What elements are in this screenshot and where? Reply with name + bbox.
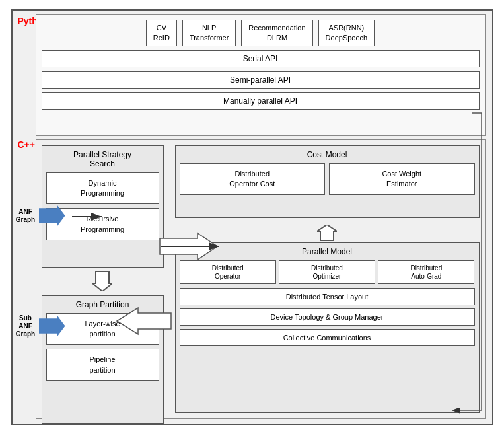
distributed-operator-cost-box: DistributedOperator Cost xyxy=(180,163,326,196)
anf-graph-label: ANFGraph xyxy=(14,208,38,224)
semi-parallel-api-box: Semi-parallel API xyxy=(42,71,480,89)
cost-model-title: Cost Model xyxy=(180,150,475,159)
pipeline-partition-box: Pipelinepartition xyxy=(46,349,159,381)
distributed-operator-box: DistributedOperator xyxy=(180,260,276,284)
cpp-label: C++ xyxy=(18,139,35,150)
collective-communications-box: Collective Communications xyxy=(180,329,475,346)
right-col-inner: Cost Model DistributedOperator Cost Cost… xyxy=(175,145,480,413)
cpp-region: Parallel StrategySearch DynamicProgrammi… xyxy=(36,139,486,419)
svg-marker-1 xyxy=(317,225,337,241)
manually-parallel-api-box: Manually parallel API xyxy=(42,92,480,110)
distributed-tensor-layout-box: Distributed Tensor Layout xyxy=(180,288,475,305)
dynamic-programming-box: DynamicProgramming xyxy=(46,172,159,205)
python-region: CVReID NLPTransformer RecommendationDLRM… xyxy=(36,14,486,136)
cost-model-inner: DistributedOperator Cost Cost WeightEsti… xyxy=(180,163,475,196)
distributed-auto-grad-box: DistributedAuto-Grad xyxy=(378,260,474,284)
svg-marker-0 xyxy=(92,271,112,291)
sub-anf-arrow xyxy=(39,316,65,337)
right-column: Cost Model DistributedOperator Cost Cost… xyxy=(175,145,480,413)
device-topology-group-manager-box: Device Topology & Group Manager xyxy=(180,308,475,326)
pss-title: Parallel StrategySearch xyxy=(46,150,159,168)
left-column: Parallel StrategySearch DynamicProgrammi… xyxy=(42,145,164,413)
cost-model-box: Cost Model DistributedOperator Cost Cost… xyxy=(175,145,480,218)
anf-arrow xyxy=(39,205,65,227)
pm-top-row: DistributedOperator DistributedOptimizer… xyxy=(180,260,475,284)
distributed-optimizer-box: DistributedOptimizer xyxy=(279,260,375,284)
pss-to-gp-arrow xyxy=(42,271,164,291)
sub-anf-graph-label: SubANFGraph xyxy=(14,314,38,338)
diagram-container: Python C++ ANFGraph SubANFGraph CVReID N… xyxy=(11,9,493,425)
nlp-transformer-box: NLPTransformer xyxy=(182,20,236,47)
serial-api-box: Serial API xyxy=(42,50,480,67)
parallel-model-box: Parallel Model DistributedOperator Distr… xyxy=(175,242,480,413)
cv-reid-box: CVReID xyxy=(146,20,177,47)
gp-title: Graph Partition xyxy=(46,300,159,309)
cost-weight-estimator-box: Cost WeightEstimator xyxy=(329,163,475,196)
asr-rnn-box: ASR(RNN)DeepSpeech xyxy=(318,20,375,47)
top-boxes-row: CVReID NLPTransformer RecommendationDLRM… xyxy=(36,15,485,47)
recommendation-dlrm-box: RecommendationDLRM xyxy=(241,20,312,47)
parallel-model-title: Parallel Model xyxy=(180,247,475,256)
pm-to-cm-arrow xyxy=(175,225,480,241)
